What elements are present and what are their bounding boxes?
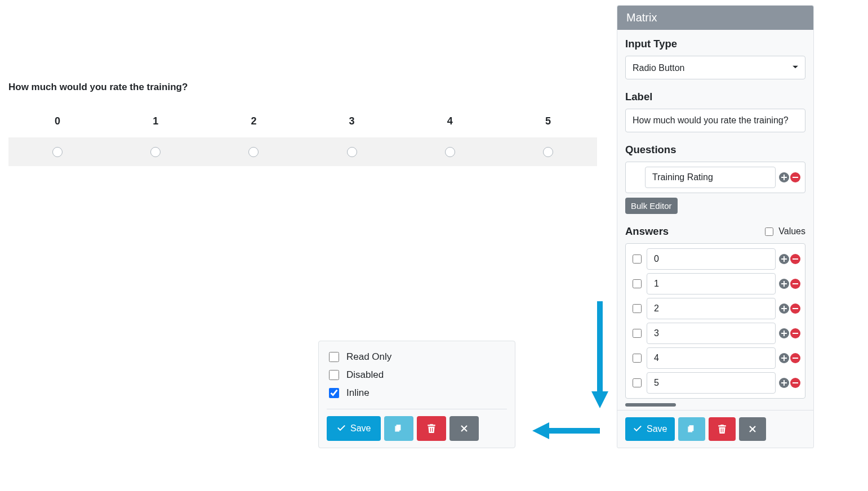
add-icon[interactable]	[779, 172, 789, 182]
svg-rect-5	[793, 358, 798, 359]
matrix-col-header: 1	[106, 110, 204, 137]
inline-label: Inline	[346, 387, 370, 399]
answer-input[interactable]	[647, 323, 776, 344]
add-icon[interactable]	[779, 328, 789, 338]
answer-checkbox[interactable]	[633, 255, 642, 264]
svg-rect-6	[793, 382, 798, 383]
copy-icon	[687, 424, 697, 434]
radio-option[interactable]	[52, 147, 63, 157]
values-checkbox[interactable]	[765, 227, 773, 236]
save-button[interactable]: Save	[625, 417, 675, 441]
read-only-label: Read Only	[346, 351, 391, 363]
matrix-col-header: 4	[401, 110, 499, 137]
add-icon[interactable]	[779, 279, 789, 289]
question-input[interactable]	[645, 167, 776, 188]
matrix-preview-label: How much would you rate the training?	[8, 82, 597, 93]
svg-marker-8	[591, 391, 608, 408]
matrix-preview-table: 0 1 2 3 4 5	[8, 110, 597, 166]
close-icon	[749, 425, 756, 433]
answer-input[interactable]	[647, 347, 776, 369]
radio-option[interactable]	[347, 147, 357, 157]
answer-input[interactable]	[647, 372, 776, 394]
delete-button[interactable]	[709, 417, 736, 441]
questions-group	[625, 162, 805, 193]
svg-marker-10	[532, 422, 549, 439]
answer-row	[630, 323, 800, 344]
answer-input[interactable]	[647, 248, 776, 270]
answers-label: Answers	[625, 225, 669, 238]
trash-icon	[427, 423, 436, 434]
svg-rect-3	[793, 308, 798, 309]
option-disabled[interactable]: Disabled	[327, 366, 507, 384]
answer-checkbox[interactable]	[633, 354, 642, 363]
answer-row	[630, 347, 800, 369]
svg-rect-0	[793, 177, 798, 178]
label-label: Label	[625, 91, 805, 103]
input-type-label: Input Type	[625, 38, 805, 50]
remove-icon[interactable]	[790, 353, 800, 363]
questions-label: Questions	[625, 144, 805, 156]
close-icon	[460, 425, 468, 432]
copy-button[interactable]	[384, 416, 413, 441]
answer-input[interactable]	[647, 273, 776, 294]
values-toggle[interactable]: Values	[763, 226, 805, 238]
answer-checkbox[interactable]	[633, 329, 642, 338]
read-only-checkbox[interactable]	[329, 352, 339, 362]
values-toggle-label: Values	[778, 226, 805, 236]
panel-title: Matrix	[617, 6, 813, 30]
remove-icon[interactable]	[790, 279, 800, 289]
remove-icon[interactable]	[790, 254, 800, 264]
inline-checkbox[interactable]	[329, 388, 339, 398]
disabled-label: Disabled	[346, 369, 384, 381]
answer-row	[630, 298, 800, 319]
remove-icon[interactable]	[790, 303, 800, 314]
answer-row	[630, 273, 800, 294]
svg-rect-4	[793, 333, 798, 334]
radio-option[interactable]	[543, 147, 553, 157]
options-popover: Read Only Disabled Inline Save	[318, 341, 515, 448]
svg-rect-1	[793, 258, 798, 260]
option-inline[interactable]: Inline	[327, 384, 507, 402]
answer-row	[630, 372, 800, 394]
add-icon[interactable]	[779, 378, 789, 388]
radio-option[interactable]	[445, 147, 455, 157]
matrix-col-header: 2	[204, 110, 302, 137]
bulk-editor-button[interactable]: Bulk Editor	[625, 198, 678, 214]
answer-checkbox[interactable]	[633, 304, 642, 313]
svg-rect-2	[793, 283, 798, 284]
add-icon[interactable]	[779, 254, 789, 264]
arrow-left-icon	[532, 422, 600, 439]
matrix-col-header: 3	[302, 110, 400, 137]
matrix-col-header: 0	[8, 110, 106, 137]
check-icon	[633, 425, 642, 434]
panel-footer: Save	[617, 410, 813, 448]
close-button[interactable]	[739, 417, 766, 441]
check-icon	[337, 424, 346, 433]
add-icon[interactable]	[779, 353, 789, 363]
save-button-label: Save	[350, 423, 371, 434]
label-input[interactable]	[625, 109, 805, 132]
answer-input[interactable]	[647, 298, 776, 319]
remove-icon[interactable]	[790, 328, 800, 338]
disabled-checkbox[interactable]	[329, 370, 339, 380]
save-button-label: Save	[647, 424, 667, 434]
remove-icon[interactable]	[790, 172, 800, 182]
delete-button[interactable]	[417, 416, 446, 441]
answers-group	[625, 243, 805, 399]
add-icon[interactable]	[779, 303, 789, 314]
radio-option[interactable]	[248, 147, 259, 157]
arrow-down-icon	[591, 301, 608, 408]
answer-checkbox[interactable]	[633, 378, 642, 387]
answer-checkbox[interactable]	[633, 279, 642, 288]
remove-icon[interactable]	[790, 378, 800, 388]
answer-row	[630, 248, 800, 270]
copy-button[interactable]	[678, 417, 705, 441]
radio-option[interactable]	[150, 147, 161, 157]
option-read-only[interactable]: Read Only	[327, 348, 507, 366]
save-button[interactable]: Save	[327, 416, 381, 441]
question-row	[630, 167, 800, 188]
close-button[interactable]	[449, 416, 479, 441]
matrix-row	[8, 137, 597, 166]
divider	[327, 409, 507, 409]
input-type-select[interactable]: Radio Button	[625, 56, 805, 79]
